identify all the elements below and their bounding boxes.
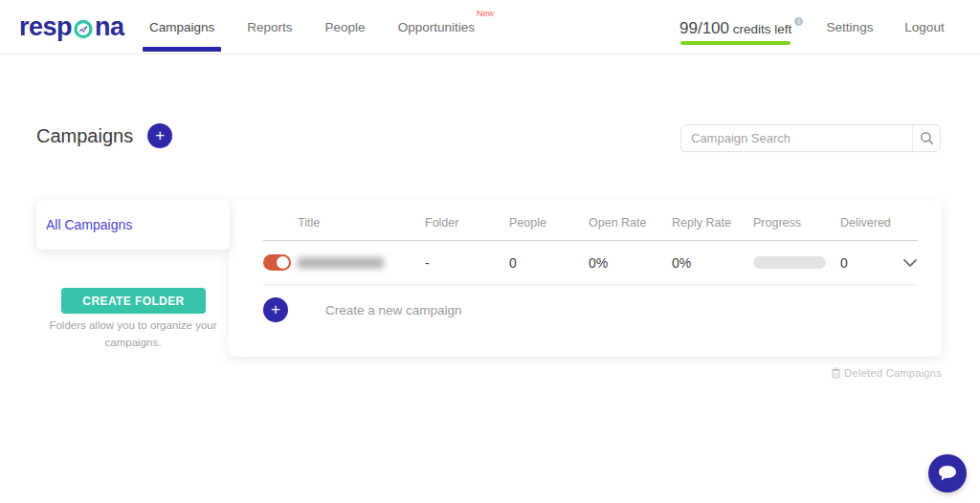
chat-widget-button[interactable]	[928, 454, 967, 492]
table-header-row: Title Folder People Open Rate Reply Rate…	[263, 200, 918, 241]
campaign-title-redacted	[298, 257, 384, 269]
credits-text: 99/100 credits lefti	[679, 19, 803, 38]
nav-tab-reports[interactable]: Reports	[247, 0, 292, 55]
paper-plane-circle-icon	[73, 18, 94, 39]
campaign-people-cell: 0	[509, 255, 589, 271]
info-icon[interactable]: i	[794, 17, 803, 26]
nav-tab-people[interactable]: People	[325, 0, 366, 55]
primary-nav: Campaigns Reports People Opportunities N…	[149, 0, 475, 55]
campaign-progress-cell	[753, 256, 840, 269]
settings-label: Settings	[827, 20, 874, 34]
column-header-folder: Folder	[425, 216, 509, 230]
logout-link[interactable]: Logout	[898, 0, 951, 55]
chat-bubble-icon	[938, 465, 957, 482]
column-header-people: People	[509, 216, 589, 230]
credits-suffix: credits left	[729, 22, 791, 36]
new-badge: New	[477, 9, 494, 18]
credits-value: 99/100	[679, 19, 729, 37]
campaign-folder-cell: -	[425, 255, 509, 271]
nav-tab-opportunities[interactable]: Opportunities New	[398, 0, 475, 55]
search-button[interactable]	[912, 125, 940, 151]
campaign-search-box	[680, 124, 941, 152]
folder-help-text: Folders allow you to organize your campa…	[37, 317, 229, 352]
campaign-delivered-cell: 0	[840, 255, 887, 271]
nav-tab-opportunities-label: Opportunities	[398, 20, 475, 34]
search-icon	[920, 131, 934, 145]
credits-meter[interactable]: 99/100 credits lefti	[679, 0, 794, 55]
credits-progress-bar	[680, 41, 791, 45]
row-expand-cell	[887, 258, 918, 268]
add-campaign-button[interactable]: +	[147, 123, 172, 148]
page-title-row: Campaigns +	[36, 123, 172, 148]
nav-tab-reports-label: Reports	[247, 20, 292, 34]
logout-label: Logout	[904, 20, 944, 34]
deleted-campaigns-label: Deleted Campaigns	[844, 367, 942, 379]
campaign-active-toggle[interactable]	[263, 254, 291, 271]
top-navbar: resp na Campaigns Reports People Opport	[0, 0, 980, 55]
campaign-title-cell[interactable]	[298, 257, 425, 269]
campaign-search-input[interactable]	[681, 125, 912, 151]
header-spacer-end	[887, 216, 918, 230]
all-campaigns-link[interactable]: All Campaigns	[46, 217, 132, 232]
nav-tab-people-label: People	[325, 20, 366, 34]
deleted-campaigns-link[interactable]: Deleted Campaigns	[831, 367, 942, 379]
page-title: Campaigns	[36, 125, 133, 147]
campaign-row: - 0 0% 0% 0	[263, 241, 918, 285]
chevron-down-icon[interactable]	[902, 258, 918, 268]
column-header-reply-rate: Reply Rate	[672, 216, 753, 230]
create-campaign-row[interactable]: + Create a new campaign	[263, 285, 918, 322]
create-campaign-label[interactable]: Create a new campaign	[325, 303, 462, 317]
toggle-knob	[277, 256, 289, 269]
active-tab-underline	[143, 47, 221, 52]
settings-link[interactable]: Settings	[823, 0, 877, 55]
campaign-open-rate-cell: 0%	[589, 255, 672, 271]
progress-bar	[753, 256, 826, 269]
nav-tab-campaigns-label: Campaigns	[149, 20, 214, 34]
column-header-delivered: Delivered	[840, 216, 887, 230]
column-header-progress: Progress	[753, 216, 840, 230]
respona-app: resp na Campaigns Reports People Opport	[0, 0, 980, 503]
logo-text-pre: resp	[19, 12, 72, 42]
header-spacer	[263, 216, 298, 230]
campaigns-table: Title Folder People Open Rate Reply Rate…	[263, 200, 918, 322]
respona-logo[interactable]: resp na	[19, 0, 124, 55]
logo-text-post: na	[95, 12, 124, 42]
trash-icon	[831, 367, 841, 379]
create-campaign-plus-button[interactable]: +	[263, 297, 288, 322]
column-header-open-rate: Open Rate	[589, 216, 672, 230]
create-folder-button[interactable]: CREATE FOLDER	[61, 288, 206, 314]
campaigns-table-card: Title Folder People Open Rate Reply Rate…	[229, 200, 942, 357]
folders-card: All Campaigns	[36, 200, 230, 250]
nav-tab-campaigns[interactable]: Campaigns	[149, 0, 214, 55]
column-header-title: Title	[298, 216, 425, 230]
toggle-cell	[263, 254, 298, 271]
campaign-reply-rate-cell: 0%	[672, 255, 753, 271]
